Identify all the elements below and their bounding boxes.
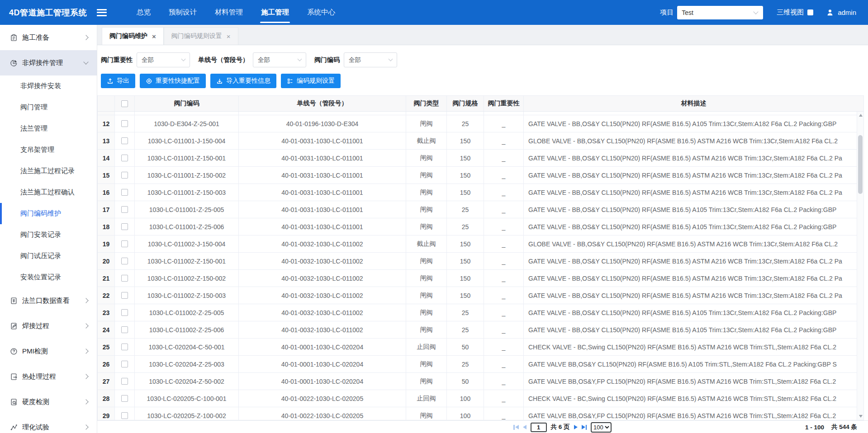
nav-item-总览[interactable]: 总览 — [136, 0, 152, 25]
row-checkbox[interactable] — [121, 240, 128, 247]
table-row[interactable]: 27 1030-LC-020204-Z-50-002 40-01-0001-10… — [98, 373, 863, 390]
tab-阀门编码规则设置[interactable]: 阀门编码规则设置 × — [164, 27, 238, 45]
table-row[interactable]: 24 1030-LC-011002-Z-25-006 40-01-0032-10… — [98, 321, 863, 339]
table-row[interactable]: 26 1030-LC-020204-Z-25-003 40-01-0001-10… — [98, 356, 863, 373]
prev-page-button[interactable] — [523, 425, 526, 429]
row-checkbox[interactable] — [121, 395, 128, 402]
sidebar-item-焊接过程[interactable]: 焊接过程 — [0, 313, 97, 339]
page-size-select[interactable]: 100 — [591, 422, 612, 433]
cell-material-desc: CHECK VALVE - BC,Swing CL150(PN20) RF(AS… — [524, 339, 863, 355]
row-checkbox[interactable] — [121, 292, 128, 299]
close-icon[interactable]: × — [227, 33, 231, 40]
row-checkbox[interactable] — [121, 120, 128, 127]
cell-spec: 25 — [447, 304, 484, 321]
row-checkbox[interactable] — [121, 361, 128, 367]
table-row[interactable]: 21 1030-LC-011002-Z-150-002 40-01-0032-1… — [98, 270, 863, 287]
sidebar-item-安装位置记录[interactable]: 安装位置记录 — [0, 267, 97, 288]
row-checkbox[interactable] — [121, 137, 128, 144]
page-input[interactable] — [531, 423, 547, 432]
vertical-scrollbar[interactable] — [857, 112, 863, 420]
scroll-down-icon[interactable] — [859, 415, 863, 418]
row-checkbox[interactable] — [121, 378, 128, 385]
table-row[interactable]: 16 1030-LC-011001-Z-150-003 40-01-0031-1… — [98, 184, 863, 201]
cell-material-desc: GATE VALVE - BB,OS&Y CL150(PN20) RF(ASME… — [524, 201, 863, 218]
first-page-button[interactable] — [513, 425, 519, 430]
hamburger-menu-icon[interactable] — [97, 9, 107, 16]
close-icon[interactable]: × — [152, 33, 156, 40]
row-checkbox-cell — [115, 373, 135, 390]
row-number-header — [98, 96, 115, 111]
导出-button[interactable]: 导出 — [101, 74, 135, 88]
table-row[interactable]: 22 1030-LC-011002-Z-150-003 40-01-0032-1… — [98, 287, 863, 304]
sidebar-item-热处理过程[interactable]: 热处理过程 — [0, 364, 97, 389]
table-row[interactable]: 17 1030-LC-011001-Z-25-005 40-01-0031-10… — [98, 201, 863, 218]
table-row[interactable]: 13 1030-LC-011001-J-150-004 40-01-0031-1… — [98, 132, 863, 150]
table-row[interactable]: 25 1030-LC-020204-C-50-001 40-01-0001-10… — [98, 339, 863, 356]
user-menu[interactable]: admin — [826, 9, 856, 17]
view3d-button[interactable]: 三维视图 — [777, 8, 813, 17]
scroll-up-icon[interactable] — [859, 114, 863, 117]
last-page-button[interactable] — [582, 425, 587, 430]
filter-select[interactable]: 全部 — [137, 52, 190, 67]
button-label: 重要性快捷配置 — [156, 77, 200, 85]
nav-item-施工管理[interactable]: 施工管理 — [260, 0, 290, 25]
sidebar-item-阀门编码维护[interactable]: 阀门编码维护 — [0, 203, 97, 224]
tab-阀门编码维护[interactable]: 阀门编码维护 × — [102, 27, 164, 45]
row-checkbox[interactable] — [121, 206, 128, 213]
重要性快捷配置-button[interactable]: 重要性快捷配置 — [140, 74, 206, 88]
project-select[interactable]: Test — [677, 6, 763, 19]
row-checkbox[interactable] — [121, 344, 128, 350]
sidebar-item-非焊接件管理[interactable]: 非焊接件管理 — [0, 50, 97, 75]
filter-select[interactable]: 全部 — [253, 52, 306, 67]
sidebar-item-硬度检测[interactable]: 硬度检测 — [0, 389, 97, 414]
next-page-button[interactable] — [574, 425, 578, 429]
table-row[interactable]: 23 1030-LC-011002-Z-25-005 40-01-0032-10… — [98, 304, 863, 321]
table-row[interactable]: 19 1030-LC-011002-J-150-004 40-01-0032-1… — [98, 235, 863, 253]
row-checkbox[interactable] — [121, 275, 128, 282]
编码规则设置-button[interactable]: 编码规则设置 — [281, 74, 341, 88]
clipboard-icon — [10, 34, 18, 42]
nav-item-材料管理[interactable]: 材料管理 — [214, 0, 244, 25]
sidebar-item-阀门安装记录[interactable]: 阀门安装记录 — [0, 224, 97, 245]
row-checkbox[interactable] — [121, 326, 128, 333]
sidebar-item-法兰口数据查看[interactable]: 法兰口数据查看 — [0, 288, 97, 313]
scrollbar-thumb[interactable] — [858, 135, 863, 194]
pmi-icon — [10, 348, 18, 355]
chevron-down-icon — [298, 57, 302, 61]
cell-importance: _ — [484, 287, 524, 304]
sidebar-item-PMI检测[interactable]: PMI检测 — [0, 339, 97, 364]
nav-item-系统中心[interactable]: 系统中心 — [306, 0, 336, 25]
cell-valve-code: 1030-LC-020204-Z-50-002 — [135, 373, 239, 390]
cell-valve-type: 闸阀 — [406, 150, 447, 166]
row-checkbox[interactable] — [121, 155, 128, 161]
导入重要性信息-button[interactable]: 导入重要性信息 — [210, 74, 276, 88]
row-checkbox[interactable] — [121, 258, 128, 264]
row-checkbox[interactable] — [121, 172, 128, 179]
sidebar-item-施工准备[interactable]: 施工准备 — [0, 25, 97, 50]
filter-group: 阀门编码 全部 — [314, 52, 397, 67]
sidebar-item-法兰管理[interactable]: 法兰管理 — [0, 118, 97, 139]
row-checkbox[interactable] — [121, 309, 128, 316]
table-row[interactable]: 28 1030-LC-020205-C-100-001 40-01-0022-1… — [98, 390, 863, 407]
filter-select[interactable]: 全部 — [344, 52, 397, 67]
table-row[interactable]: 18 1030-LC-011001-Z-25-006 40-01-0031-10… — [98, 218, 863, 235]
row-checkbox[interactable] — [121, 412, 128, 419]
sidebar-item-支吊架管理[interactable]: 支吊架管理 — [0, 139, 97, 160]
row-checkbox[interactable] — [121, 223, 128, 230]
table-row[interactable]: 14 1030-LC-011001-Z-150-001 40-01-0031-1… — [98, 150, 863, 167]
row-checkbox[interactable] — [121, 189, 128, 196]
sidebar-item-阀门管理[interactable]: 阀门管理 — [0, 97, 97, 118]
nav-item-预制设计[interactable]: 预制设计 — [168, 0, 198, 25]
table-row[interactable]: 20 1030-LC-011002-Z-150-001 40-01-0032-1… — [98, 253, 863, 270]
sidebar-item-理化试验[interactable]: 理化试验 — [0, 414, 97, 433]
sidebar-item-非焊接件安装[interactable]: 非焊接件安装 — [0, 75, 97, 97]
table-row[interactable]: 29 1030-LC-020205-Z-100-002 40-01-0022-1… — [98, 407, 863, 420]
sidebar-item-法兰施工过程记录[interactable]: 法兰施工过程记录 — [0, 160, 97, 182]
sidebar-item-法兰施工过程确认[interactable]: 法兰施工过程确认 — [0, 182, 97, 203]
sidebar-item-阀门试压记录[interactable]: 阀门试压记录 — [0, 245, 97, 267]
table-row[interactable]: 15 1030-LC-011001-Z-150-002 40-01-0031-1… — [98, 167, 863, 184]
cell-valve-type: 闸阀 — [406, 321, 447, 338]
select-all-checkbox[interactable] — [121, 100, 128, 107]
cell-material-desc: GLOBE VALVE - BB,OS&Y CL150(PN20) RF(ASM… — [524, 132, 863, 149]
table-row[interactable]: 12 1030-D-E304-Z-25-001 40-01-0196-1030-… — [98, 115, 863, 132]
